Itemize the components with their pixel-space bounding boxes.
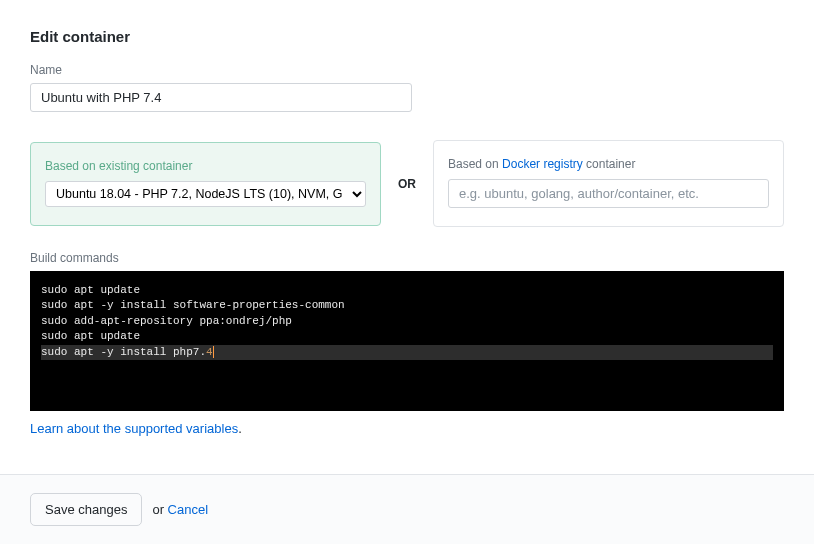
page-title: Edit container: [30, 28, 784, 45]
supported-variables-link[interactable]: Learn about the supported variables: [30, 421, 238, 436]
terminal-line-active: sudo apt -y install php7.4: [41, 345, 773, 360]
docker-registry-label: Based on Docker registry container: [448, 157, 769, 171]
docker-registry-box: Based on Docker registry container: [433, 140, 784, 227]
terminal-line: sudo apt -y install software-properties-…: [41, 298, 773, 313]
docker-registry-link[interactable]: Docker registry: [502, 157, 583, 171]
or-separator: OR: [395, 177, 419, 191]
name-label: Name: [30, 63, 784, 77]
build-commands-label: Build commands: [30, 251, 784, 265]
terminal-line: sudo apt update: [41, 283, 773, 298]
existing-container-box: Based on existing container Ubuntu 18.04…: [30, 142, 381, 226]
cancel-link[interactable]: Cancel: [168, 502, 208, 517]
existing-container-label: Based on existing container: [45, 159, 366, 173]
terminal-line: sudo apt update: [41, 329, 773, 344]
help-period: .: [238, 421, 242, 436]
cursor-icon: [213, 346, 214, 358]
save-button[interactable]: Save changes: [30, 493, 142, 526]
footer: Save changes or Cancel: [0, 474, 814, 544]
terminal-line: sudo add-apt-repository ppa:ondrej/php: [41, 314, 773, 329]
cancel-wrap: or Cancel: [152, 502, 208, 517]
name-input[interactable]: [30, 83, 412, 112]
build-commands-editor[interactable]: sudo apt update sudo apt -y install soft…: [30, 271, 784, 411]
docker-registry-input[interactable]: [448, 179, 769, 208]
existing-container-select[interactable]: Ubuntu 18.04 - PHP 7.2, NodeJS LTS (10),…: [45, 181, 366, 207]
